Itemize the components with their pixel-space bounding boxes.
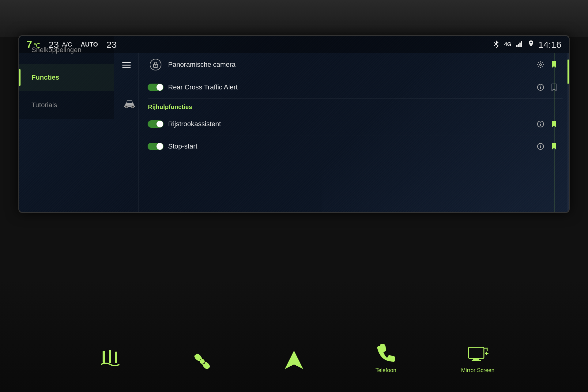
scroll-thumb[interactable] xyxy=(567,59,569,84)
stop-start-label: Stop-start xyxy=(168,142,535,150)
car-icon xyxy=(122,97,137,110)
toggle-stop-start[interactable] xyxy=(148,143,164,150)
toggle-thumb-rijstrook xyxy=(156,121,163,127)
sidebar-item-tutorials[interactable]: Tutorials xyxy=(19,91,114,119)
toggle-icon-area-rear xyxy=(148,84,163,91)
section-label-rijhulpfuncties: Rijhulpfuncties xyxy=(148,99,563,113)
rijstrookassistent-label: Rijstrookassistent xyxy=(168,120,535,128)
info-icon-stop[interactable] xyxy=(535,141,546,152)
svg-rect-27 xyxy=(473,358,479,360)
toggle-thumb-rear xyxy=(156,84,163,91)
sidebar-label-functies: Functies xyxy=(32,74,59,81)
svg-point-11 xyxy=(155,66,156,66)
svg-point-6 xyxy=(530,42,532,43)
section-rijhulpfuncties: Rijhulpfuncties xyxy=(148,99,563,113)
top-bezel xyxy=(0,0,588,37)
svg-rect-26 xyxy=(469,347,484,358)
panoramic-camera-actions xyxy=(535,59,563,70)
mirror-screen-label: Mirror Screen xyxy=(461,367,494,374)
svg-rect-9 xyxy=(127,101,132,103)
time-display: 14:16 xyxy=(538,40,561,50)
toggle-thumb-stop xyxy=(156,143,163,150)
panoramic-camera-label: Panoramische camera xyxy=(168,61,535,69)
rear-cross-label: Rear Cross Traffic Alert xyxy=(168,83,535,91)
network-icon: 4G xyxy=(504,41,511,48)
list-item-stop-start[interactable]: Stop-start xyxy=(148,135,563,157)
bottom-buttons-row: Telefoon Mirror Screen xyxy=(0,331,588,380)
navigation-button[interactable] xyxy=(248,331,340,380)
list-item-rijstrookassistent[interactable]: Rijstrookassistent xyxy=(148,113,563,135)
mirror-screen-icon xyxy=(467,346,488,364)
bookmark-icon-rear[interactable] xyxy=(548,82,560,93)
svg-rect-23 xyxy=(109,350,111,363)
toggle-rear-cross[interactable] xyxy=(148,84,164,91)
status-right: 4G xyxy=(493,40,561,50)
hamburger-line-2 xyxy=(122,65,131,66)
fan-icon xyxy=(190,349,214,374)
mirror-screen-button[interactable]: Mirror Screen xyxy=(432,331,524,380)
car-icon-area xyxy=(120,97,139,110)
svg-rect-5 xyxy=(521,41,522,47)
nav-icon xyxy=(283,349,305,374)
main-screen: 7 ℃ 23 A/C AUTO 23 xyxy=(18,35,570,213)
hamburger-line-3 xyxy=(122,67,131,68)
svg-point-12 xyxy=(540,64,541,66)
signal-icon xyxy=(516,41,524,48)
list-item-panoramic-camera[interactable]: Panoramische camera xyxy=(148,53,563,76)
sidebar-label-tutorials: Tutorials xyxy=(32,101,57,109)
menu-button-area xyxy=(114,53,139,212)
bluetooth-icon xyxy=(493,40,499,49)
bookmark-icon-rijstrook[interactable] xyxy=(548,119,560,130)
info-icon-rear[interactable] xyxy=(535,82,546,93)
toggle-track-stop[interactable] xyxy=(148,143,164,150)
svg-point-25 xyxy=(200,359,205,364)
rear-cross-actions xyxy=(535,82,563,93)
toggle-icon-area-stop xyxy=(148,143,163,150)
gear-icon-camera[interactable] xyxy=(535,59,546,70)
content-area: Panoramische camera xyxy=(139,53,569,212)
bottom-button-area: Telefoon Mirror Screen xyxy=(0,279,588,392)
sidebar-item-functies[interactable]: Functies xyxy=(19,64,114,91)
svg-point-8 xyxy=(131,105,134,108)
stop-start-actions xyxy=(535,141,563,152)
list-item-rear-cross[interactable]: Rear Cross Traffic Alert xyxy=(148,76,563,99)
fan-button[interactable] xyxy=(156,331,248,380)
sidebar-item-snelkoppelingen[interactable]: Snelkoppelingen xyxy=(19,36,114,64)
svg-rect-28 xyxy=(472,360,481,361)
toggle-rijstrook[interactable] xyxy=(148,120,164,128)
phone-button[interactable]: Telefoon xyxy=(340,331,432,380)
rijstrook-actions xyxy=(535,119,563,130)
scroll-indicator xyxy=(567,53,569,212)
svg-rect-2 xyxy=(516,45,518,47)
phone-icon xyxy=(375,343,397,364)
bookmark-icon-camera[interactable] xyxy=(548,59,560,70)
music-button[interactable] xyxy=(64,331,156,380)
bookmark-icon-stop[interactable] xyxy=(548,141,560,152)
toggle-icon-area-rij xyxy=(148,120,163,128)
svg-rect-24 xyxy=(115,352,117,363)
phone-label: Telefoon xyxy=(375,367,396,374)
screen-inner: 7 ℃ 23 A/C AUTO 23 xyxy=(19,36,569,212)
info-icon-rijstrook[interactable] xyxy=(535,119,546,130)
car-background: 7 ℃ 23 A/C AUTO 23 xyxy=(0,0,588,392)
svg-rect-3 xyxy=(518,44,519,47)
hamburger-button[interactable] xyxy=(122,62,131,68)
svg-rect-22 xyxy=(103,351,105,363)
music-icon xyxy=(100,349,121,374)
sidebar: Snelkoppelingen Functies Tutorials xyxy=(19,36,114,119)
toggle-track-rijstrook[interactable] xyxy=(148,120,164,128)
sidebar-label-snelkoppelingen: Snelkoppelingen xyxy=(32,46,81,54)
hamburger-line-1 xyxy=(122,62,131,63)
svg-rect-4 xyxy=(519,43,521,47)
toggle-track-rear[interactable] xyxy=(148,84,164,91)
camera-icon-area xyxy=(148,59,163,70)
svg-point-7 xyxy=(125,105,128,108)
location-icon xyxy=(529,40,533,49)
camera-lock-icon-circle xyxy=(150,59,161,70)
